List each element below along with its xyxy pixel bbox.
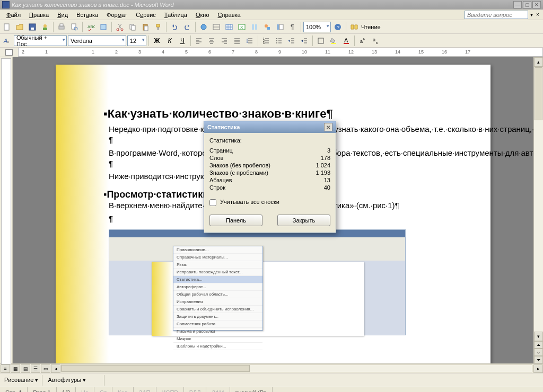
menu-table[interactable]: Таблица — [160, 11, 191, 19]
redo-icon[interactable] — [181, 21, 193, 33]
font-color-icon[interactable]: A — [340, 35, 352, 47]
panel-button[interactable]: Панель — [209, 215, 262, 226]
stat-key: Слов — [209, 155, 223, 161]
drawing-icon[interactable] — [261, 21, 273, 33]
horizontal-ruler[interactable]: 211234567891011121314151617 — [18, 48, 543, 57]
dialog-titlebar[interactable]: Статистика ✕ — [204, 121, 336, 133]
cut-icon[interactable] — [114, 21, 126, 33]
spellcheck-icon[interactable]: ABC — [85, 21, 97, 33]
menu-view[interactable]: Вид — [53, 11, 72, 19]
menu-file[interactable]: Файл — [2, 11, 25, 19]
footnotes-checkbox-row[interactable]: Учитывать все сноски — [209, 199, 330, 206]
reading-label[interactable]: Чтение — [361, 24, 381, 30]
menu-format[interactable]: Формат — [102, 11, 132, 19]
permissions-icon[interactable] — [39, 21, 51, 33]
normal-view-icon[interactable]: ≡ — [1, 364, 10, 373]
align-right-icon[interactable] — [218, 35, 230, 47]
research-icon[interactable] — [98, 21, 109, 33]
toolbar-options-icon[interactable]: ▾ — [528, 12, 535, 17]
vertical-ruler[interactable] — [0, 57, 13, 363]
status-language[interactable]: русский (Ро — [230, 387, 273, 392]
close-dialog-button[interactable]: Закрыть — [277, 215, 330, 226]
menu-window[interactable]: Окно — [191, 11, 214, 19]
style-combo[interactable]: Обычный + Пос — [14, 35, 67, 46]
prev-page-icon[interactable]: ⏶ — [534, 341, 543, 349]
outline-view-icon[interactable]: ☰ — [31, 364, 40, 373]
borders-icon[interactable] — [315, 35, 327, 47]
horizontal-scrollbar[interactable] — [61, 364, 532, 372]
doc-heading-1: ▪Как·узнать·количество·знаков·в·книге — [109, 107, 448, 121]
menu-help[interactable]: Справка — [214, 11, 245, 19]
scroll-thumb[interactable] — [535, 67, 542, 120]
status-ovr[interactable]: ЗАМ — [206, 387, 230, 392]
svg-rect-6 — [60, 24, 63, 26]
maximize-button[interactable]: ▢ — [523, 1, 531, 8]
svg-rect-31 — [277, 24, 279, 30]
menu-edit[interactable]: Правка — [25, 11, 53, 19]
paste-icon[interactable] — [139, 21, 151, 33]
open-icon[interactable] — [14, 21, 25, 33]
hscroll-left-icon[interactable]: ◂ — [51, 364, 60, 373]
show-marks-icon[interactable]: ¶ — [287, 21, 299, 33]
print-view-icon[interactable]: ▤ — [21, 364, 30, 373]
increase-indent-icon[interactable] — [299, 35, 310, 47]
undo-icon[interactable] — [169, 21, 180, 33]
minimize-button[interactable]: — — [513, 1, 522, 8]
underline-button[interactable]: Ч — [177, 35, 188, 47]
docmap-icon[interactable] — [274, 21, 286, 33]
subscript-icon[interactable]: ab — [370, 35, 381, 47]
numbering-icon[interactable]: 123 — [260, 35, 272, 47]
save-icon[interactable] — [27, 21, 38, 33]
bullets-icon[interactable] — [273, 35, 285, 47]
insert-table-icon[interactable] — [223, 21, 235, 33]
columns-icon[interactable] — [249, 21, 260, 33]
zoom-combo[interactable]: 100% — [303, 22, 331, 32]
highlight-icon[interactable] — [328, 35, 339, 47]
close-button[interactable]: ✕ — [532, 1, 541, 8]
new-doc-icon[interactable] — [1, 21, 13, 33]
dialog-close-button[interactable]: ✕ — [324, 123, 332, 131]
align-center-icon[interactable] — [206, 35, 217, 47]
status-ext[interactable]: ВДЛ — [184, 387, 207, 392]
drawing-menu[interactable]: Рисование ▾ — [2, 377, 40, 384]
menu-tools[interactable]: Сервис — [132, 11, 160, 19]
decrease-indent-icon[interactable] — [286, 35, 297, 47]
line-spacing-icon[interactable] — [244, 35, 256, 47]
print-preview-icon[interactable] — [68, 21, 80, 33]
svg-rect-2 — [31, 28, 34, 30]
tables-borders-icon[interactable] — [211, 21, 222, 33]
print-icon[interactable] — [56, 21, 67, 33]
status-rec[interactable]: ЗАП — [134, 387, 156, 392]
menu-insert[interactable]: Вставка — [72, 11, 102, 19]
hyperlink-icon[interactable] — [198, 21, 209, 33]
hscroll-right-icon[interactable]: ▸ — [533, 364, 543, 373]
footnotes-checkbox[interactable] — [209, 199, 216, 206]
superscript-icon[interactable]: ab — [357, 35, 369, 47]
browse-object-icon[interactable]: ○ — [534, 349, 543, 356]
autoshapes-menu[interactable]: Автофигуры ▾ — [46, 377, 88, 384]
scroll-down-icon[interactable]: ▾ — [534, 332, 543, 341]
vertical-scrollbar[interactable]: ▴ ▾ ⏶ ○ ⏷ — [533, 57, 543, 363]
ruler-corner[interactable] — [0, 48, 18, 57]
bold-button[interactable]: Ж — [151, 35, 163, 47]
status-trk[interactable]: ИСПР — [156, 387, 184, 392]
help-icon[interactable]: ? — [332, 21, 344, 33]
fontsize-combo[interactable]: 12 — [127, 35, 146, 46]
scroll-up-icon[interactable]: ▴ — [534, 57, 543, 67]
font-combo[interactable]: Verdana — [68, 35, 126, 46]
view-row: ≡ ▦ ▤ ☰ ▭ ◂ ▸ — [0, 363, 543, 373]
copy-icon[interactable] — [127, 21, 138, 33]
align-left-icon[interactable] — [193, 35, 205, 47]
reading-mode-icon[interactable] — [348, 21, 360, 33]
italic-button[interactable]: К — [164, 35, 176, 47]
reading-view-icon[interactable]: ▭ — [41, 364, 50, 373]
format-painter-icon[interactable] — [152, 21, 164, 33]
align-justify-icon[interactable] — [231, 35, 243, 47]
help-search-input[interactable] — [465, 11, 528, 19]
hscroll-thumb[interactable] — [62, 365, 250, 372]
close-doc-button[interactable]: × — [535, 12, 541, 17]
web-view-icon[interactable]: ▦ — [11, 364, 20, 373]
excel-icon[interactable]: X — [236, 21, 248, 33]
styles-pane-icon[interactable]: Aa — [1, 35, 13, 47]
next-page-icon[interactable]: ⏷ — [534, 356, 543, 363]
